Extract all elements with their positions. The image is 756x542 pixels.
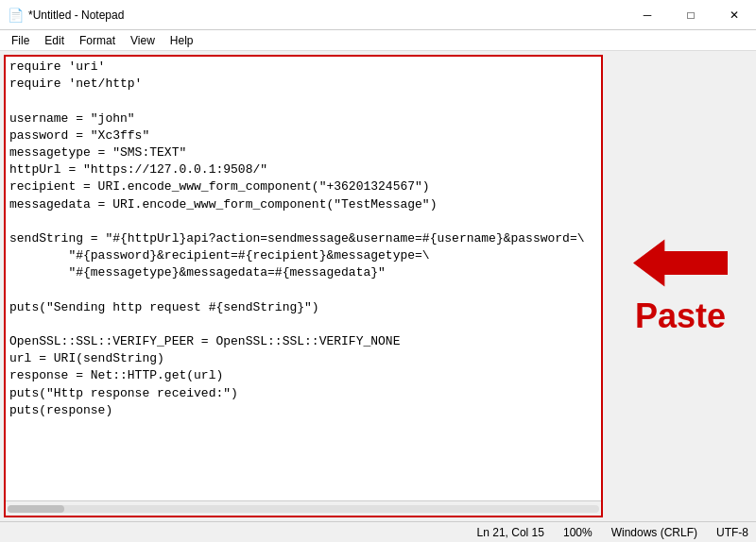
zoom-level: 100% [563,526,593,539]
editor-content[interactable]: require 'uri' require 'net/http' usernam… [6,57,601,500]
horizontal-scrollbar[interactable] [6,500,601,516]
maximize-button[interactable]: □ [669,0,713,30]
right-panel: Paste [605,51,756,521]
svg-marker-0 [633,239,728,286]
close-button[interactable]: ✕ [713,0,756,30]
scrollbar-track[interactable] [8,505,599,513]
menu-view[interactable]: View [123,32,163,49]
title-bar: 📄 *Untitled - Notepad ─ □ ✕ [0,0,756,30]
title-bar-controls: ─ □ ✕ [626,0,756,29]
paste-arrow-icon [633,237,728,289]
scrollbar-thumb[interactable] [8,505,64,513]
paste-label: Paste [635,296,726,336]
status-bar: Ln 21, Col 15 100% Windows (CRLF) UTF-8 [0,521,756,542]
menu-help[interactable]: Help [163,32,201,49]
menu-edit[interactable]: Edit [37,32,72,49]
title-bar-left: 📄 *Untitled - Notepad [8,8,124,23]
editor-text[interactable]: require 'uri' require 'net/http' usernam… [9,59,597,419]
arrow-container: Paste [633,237,728,336]
window-title: *Untitled - Notepad [28,8,124,22]
menu-file[interactable]: File [4,32,37,49]
cursor-position: Ln 21, Col 15 [477,526,544,539]
editor-wrapper: require 'uri' require 'net/http' usernam… [4,55,603,517]
menu-bar: File Edit Format View Help [0,30,756,51]
menu-format[interactable]: Format [72,32,123,49]
minimize-button[interactable]: ─ [626,0,669,30]
notepad-icon: 📄 [8,8,23,23]
main-area: require 'uri' require 'net/http' usernam… [0,51,756,521]
line-ending: Windows (CRLF) [611,526,697,539]
encoding: UTF-8 [716,526,748,539]
